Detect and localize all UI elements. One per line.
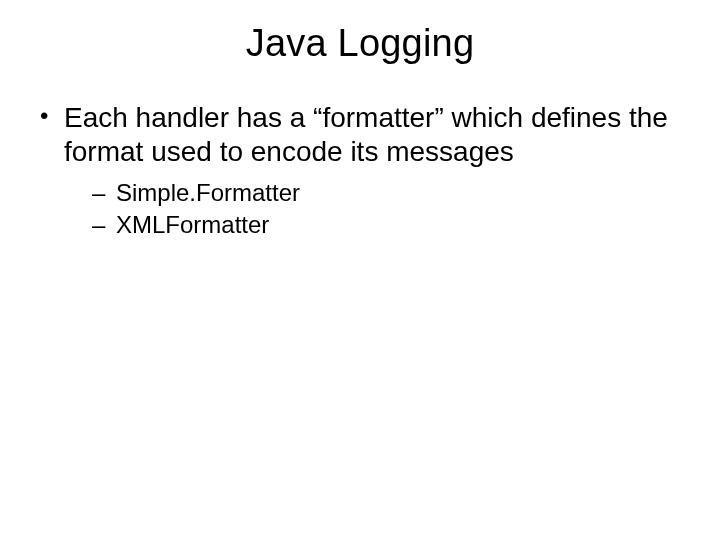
bullet-text: Each handler has a “formatter” which def… [64, 102, 668, 167]
sub-bullet-text: XMLFormatter [116, 211, 269, 238]
slide-title: Java Logging [0, 0, 720, 65]
slide: Java Logging Each handler has a “formatt… [0, 0, 720, 540]
bullet-list: Each handler has a “formatter” which def… [36, 101, 684, 240]
sub-bullet-text: Simple.Formatter [116, 179, 300, 206]
bullet-item: Each handler has a “formatter” which def… [36, 101, 684, 240]
slide-body: Each handler has a “formatter” which def… [0, 65, 720, 240]
sub-bullet-list: Simple.Formatter XMLFormatter [64, 177, 684, 239]
sub-bullet-item: XMLFormatter [92, 209, 684, 240]
sub-bullet-item: Simple.Formatter [92, 177, 684, 208]
